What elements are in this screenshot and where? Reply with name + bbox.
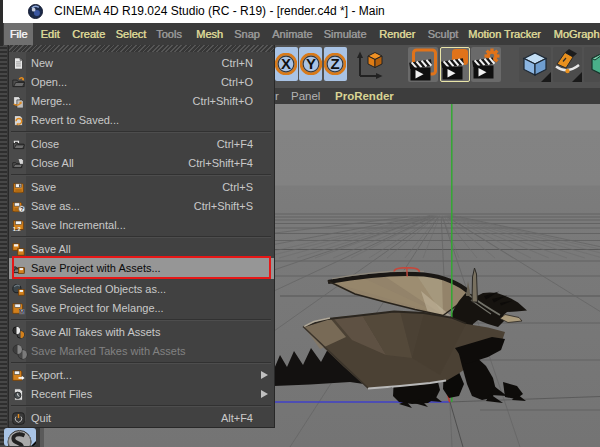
svg-text:?: ? <box>19 205 23 212</box>
svg-text:M: M <box>19 308 24 314</box>
svg-text:1.2: 1.2 <box>12 226 20 232</box>
